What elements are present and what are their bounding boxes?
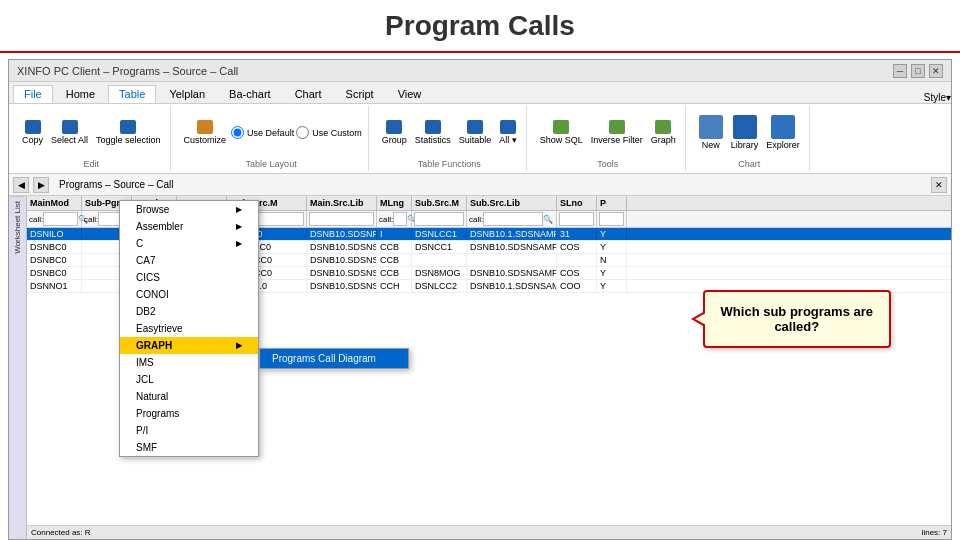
tab-view[interactable]: View: [387, 85, 433, 103]
col-header-mainsrclib: Main.Src.Lib: [307, 196, 377, 210]
callout-text: Which sub programs arecalled?: [721, 304, 873, 334]
search-subsrcm-input[interactable]: [414, 212, 464, 226]
ribbon-selectall-button[interactable]: Select All: [48, 119, 91, 146]
menu-item-ims[interactable]: IMS: [120, 354, 258, 371]
ribbon-togglesel-button[interactable]: Toggle selection: [93, 119, 164, 146]
menu-item-jcl[interactable]: JCL: [120, 371, 258, 388]
minimize-button[interactable]: ─: [893, 64, 907, 78]
tab-table[interactable]: Table: [108, 85, 156, 103]
ribbon-suitable-button[interactable]: Suitable: [456, 119, 495, 146]
explorer-icon: [771, 115, 795, 139]
window-titlebar: XINFO PC Client – Programs – Source – Ca…: [9, 60, 951, 82]
menu-item-cics[interactable]: CICS: [120, 269, 258, 286]
ribbon-copy-button[interactable]: Copy: [19, 119, 46, 146]
statistics-icon: [425, 120, 441, 134]
copy-icon: [25, 120, 41, 134]
nav-back-button[interactable]: ◀: [13, 177, 29, 193]
customize-icon: [197, 120, 213, 134]
callout-bubble: Which sub programs arecalled?: [703, 290, 891, 348]
search-subsrclib: call: 🔍: [467, 211, 557, 227]
left-sidebar: Worksheet List: [9, 196, 27, 539]
col-header-slno: SLno: [557, 196, 597, 210]
menu-item-graph[interactable]: GRAPH ▶: [120, 337, 258, 354]
menu-item-pi[interactable]: P/I: [120, 422, 258, 439]
menu-item-natural[interactable]: Natural: [120, 388, 258, 405]
menu-item-ca7[interactable]: CA7: [120, 252, 258, 269]
page-title: Program Calls: [385, 10, 575, 42]
ribbon: Copy Select All Toggle selection Edit: [9, 104, 951, 174]
graph-icon: [655, 120, 671, 134]
ribbon-graph-button[interactable]: Graph: [648, 119, 679, 146]
ribbon-group-tablelayout: Customize Use Default Use Custom Table L…: [175, 106, 369, 171]
ribbon-group-tablelayout-label: Table Layout: [246, 159, 297, 169]
ribbon-group-tablefunctions: Group Statistics Suitable All ▾: [373, 106, 527, 171]
tab-bachart[interactable]: Ba-chart: [218, 85, 282, 103]
all-icon: [500, 120, 516, 134]
main-content: XINFO PC Client – Programs – Source – Ca…: [0, 53, 960, 540]
title-area: Program Calls: [0, 0, 960, 53]
ribbon-explorer-button[interactable]: Explorer: [763, 114, 803, 151]
ribbon-usecustom-check[interactable]: Use Custom: [296, 126, 362, 139]
ribbon-usedefault-check[interactable]: Use Default: [231, 126, 294, 139]
breadcrumb: Programs – Source – Call: [59, 179, 174, 190]
close-panel-button[interactable]: ✕: [931, 177, 947, 193]
tab-file[interactable]: File: [13, 85, 53, 103]
toolbar-bar: ◀ ▶ Programs – Source – Call ✕: [9, 174, 951, 196]
showsql-icon: [553, 120, 569, 134]
ribbon-all-button[interactable]: All ▾: [496, 119, 520, 146]
tab-home[interactable]: Home: [55, 85, 106, 103]
window-frame: XINFO PC Client – Programs – Source – Ca…: [8, 59, 952, 540]
maximize-button[interactable]: □: [911, 64, 925, 78]
ribbon-showsql-button[interactable]: Show SQL: [537, 119, 586, 146]
nav-forward-button[interactable]: ▶: [33, 177, 49, 193]
ribbon-group-chart: New Library Explorer Chart: [690, 106, 810, 171]
group-icon: [386, 120, 402, 134]
tab-yelplan[interactable]: Yelplan: [158, 85, 216, 103]
menu-item-assembler[interactable]: Assembler ▶: [120, 218, 258, 235]
menu-item-programs[interactable]: Programs: [120, 405, 258, 422]
togglesel-icon: [120, 120, 136, 134]
ribbon-inversefilter-button[interactable]: Inverse Filter: [588, 119, 646, 146]
search-mainsrclib: [307, 211, 377, 227]
menu-item-db2[interactable]: DB2: [120, 303, 258, 320]
search-mainmod-input[interactable]: [43, 212, 78, 226]
col-header-mlng: MLng: [377, 196, 412, 210]
tab-script[interactable]: Script: [335, 85, 385, 103]
ribbon-group-edit-label: Edit: [84, 159, 100, 169]
tab-chart[interactable]: Chart: [284, 85, 333, 103]
menu-item-easytrieve[interactable]: Easytrieve: [120, 320, 258, 337]
ribbon-group-tools-label: Tools: [597, 159, 618, 169]
ribbon-customize-button[interactable]: Customize: [181, 119, 230, 146]
ribbon-group-button[interactable]: Group: [379, 119, 410, 146]
search-subenv-input[interactable]: [599, 212, 624, 226]
status-left: Connected as: R: [31, 528, 91, 537]
close-button[interactable]: ✕: [929, 64, 943, 78]
ribbon-statistics-button[interactable]: Statistics: [412, 119, 454, 146]
ribbon-library-button[interactable]: Library: [728, 114, 762, 151]
col-header-subsrcm: Sub.Src.M: [412, 196, 467, 210]
sidebar-tab-worksheetlist[interactable]: Worksheet List: [11, 196, 24, 258]
suitable-icon: [467, 120, 483, 134]
ribbon-group-tools: Show SQL Inverse Filter Graph Tools: [531, 106, 686, 171]
col-header-subenv: P: [597, 196, 627, 210]
status-right: lines: 7: [922, 528, 947, 537]
search-mainsrclib-input[interactable]: [309, 212, 374, 226]
col-header-subsrclib: Sub.Src.Lib: [467, 196, 557, 210]
menu-item-c[interactable]: C ▶: [120, 235, 258, 252]
search-subsrclib-input[interactable]: [483, 212, 543, 226]
submenu-item-programscalldiagram[interactable]: Programs Call Diagram: [260, 349, 408, 368]
search-mlng: call: 🔍: [377, 211, 412, 227]
search-subenv: [597, 211, 627, 227]
search-subsrcm: [412, 211, 467, 227]
menu-item-browse[interactable]: Browse ▶: [120, 201, 258, 218]
menu-item-smf[interactable]: SMF: [120, 439, 258, 456]
search-slno-input[interactable]: [559, 212, 594, 226]
search-mainmod: call: 🔍: [27, 211, 82, 227]
ribbon-new-button[interactable]: New: [696, 114, 726, 151]
search-mlng-input[interactable]: [393, 212, 407, 226]
style-button[interactable]: Style ▾: [924, 92, 951, 103]
context-menu: Browse ▶ Assembler ▶ C ▶ CA7 CICS CONOI …: [119, 200, 259, 457]
ribbon-tabs: File Home Table Yelplan Ba-chart Chart S…: [9, 82, 951, 104]
window-titlebar-buttons: ─ □ ✕: [893, 64, 943, 78]
menu-item-conoi[interactable]: CONOI: [120, 286, 258, 303]
